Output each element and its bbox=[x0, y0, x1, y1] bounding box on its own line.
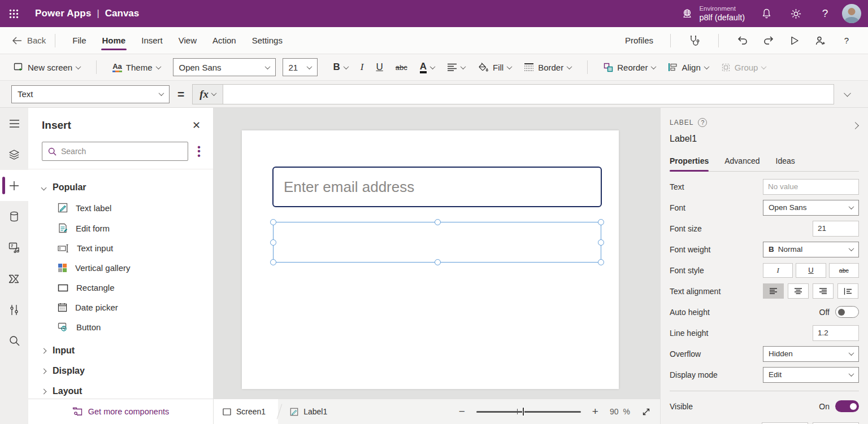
selected-label-control[interactable] bbox=[273, 222, 601, 263]
theme-button[interactable]: Aa Theme bbox=[107, 56, 166, 78]
strikethrough-button[interactable]: abc bbox=[390, 56, 413, 78]
auto-height-toggle[interactable] bbox=[835, 306, 859, 318]
notifications-bell-icon[interactable] bbox=[752, 0, 781, 27]
insert-search-box[interactable] bbox=[42, 142, 188, 161]
visible-toggle[interactable] bbox=[835, 400, 859, 412]
rail-power-automate-icon[interactable] bbox=[0, 263, 28, 294]
rail-tree-view-icon[interactable] bbox=[0, 139, 28, 170]
zoom-slider[interactable] bbox=[476, 407, 581, 416]
zoom-slider-track[interactable] bbox=[476, 411, 581, 413]
font-color-button[interactable]: A bbox=[414, 56, 440, 78]
strikethrough-toggle-button[interactable]: abc bbox=[829, 263, 859, 278]
resize-handle-nw[interactable] bbox=[270, 219, 276, 225]
new-screen-button[interactable]: New screen bbox=[8, 56, 86, 78]
font-size-input[interactable] bbox=[813, 221, 859, 237]
tab-ideas[interactable]: Ideas bbox=[776, 152, 795, 171]
brand-title[interactable]: Power Apps bbox=[35, 8, 92, 19]
property-select[interactable]: Text bbox=[11, 85, 170, 103]
menu-item-file[interactable]: File bbox=[64, 27, 94, 54]
zoom-out-button[interactable]: − bbox=[455, 405, 468, 418]
insert-item-button[interactable]: Button bbox=[28, 317, 213, 337]
rail-advanced-tools-icon[interactable] bbox=[0, 294, 28, 325]
app-checker-icon[interactable] bbox=[683, 29, 706, 52]
italic-button[interactable]: I bbox=[355, 56, 370, 78]
formula-input[interactable] bbox=[223, 84, 834, 104]
align-left-button[interactable] bbox=[763, 283, 784, 299]
insert-item-edit-form[interactable]: Edit form bbox=[28, 218, 213, 238]
insert-item-rectangle[interactable]: Rectangle bbox=[28, 278, 213, 298]
resize-handle-e[interactable] bbox=[598, 239, 604, 246]
insert-item-text-label[interactable]: Text label bbox=[28, 198, 213, 218]
resize-handle-ne[interactable] bbox=[598, 219, 604, 225]
section-display[interactable]: Display bbox=[28, 361, 213, 381]
close-icon[interactable]: ✕ bbox=[192, 119, 201, 132]
menu-item-settings[interactable]: Settings bbox=[244, 27, 290, 54]
align-button[interactable]: Align bbox=[662, 56, 714, 78]
screen-artboard[interactable]: Enter email address bbox=[242, 130, 619, 389]
line-height-input[interactable] bbox=[813, 325, 859, 341]
text-value-input[interactable] bbox=[763, 179, 859, 195]
menu-item-insert[interactable]: Insert bbox=[133, 27, 171, 54]
menubar-help-icon[interactable]: ? bbox=[835, 29, 858, 52]
back-button[interactable]: Back bbox=[12, 36, 46, 45]
menu-item-action[interactable]: Action bbox=[205, 27, 244, 54]
section-layout[interactable]: Layout bbox=[28, 381, 213, 399]
bold-button[interactable]: B bbox=[328, 56, 354, 78]
fit-to-window-icon[interactable] bbox=[641, 407, 651, 417]
app-launcher-icon[interactable] bbox=[0, 0, 27, 27]
align-justify-button[interactable] bbox=[837, 283, 858, 299]
user-avatar[interactable] bbox=[842, 4, 861, 23]
tab-advanced[interactable]: Advanced bbox=[724, 152, 760, 171]
breadcrumb-label1[interactable]: Label1 bbox=[281, 399, 336, 424]
insert-item-text-input[interactable]: Text input bbox=[28, 238, 213, 258]
overflow-select[interactable]: Hidden bbox=[763, 346, 859, 362]
menu-item-home[interactable]: Home bbox=[94, 27, 134, 54]
resize-handle-sw[interactable] bbox=[270, 259, 276, 265]
tab-properties[interactable]: Properties bbox=[670, 152, 709, 171]
reorder-button[interactable]: Reorder bbox=[598, 56, 661, 78]
control-help-icon[interactable]: ? bbox=[698, 118, 707, 127]
more-options-kebab-icon[interactable]: ••• bbox=[194, 145, 204, 158]
italic-toggle-button[interactable]: I bbox=[763, 263, 793, 278]
zoom-slider-thumb[interactable] bbox=[522, 407, 524, 416]
rail-data-icon[interactable] bbox=[0, 201, 28, 232]
rail-search-icon[interactable] bbox=[0, 325, 28, 356]
insert-item-date-picker[interactable]: Date picker bbox=[28, 298, 213, 317]
zoom-in-button[interactable]: + bbox=[589, 405, 602, 418]
resize-handle-n[interactable] bbox=[435, 219, 441, 225]
rail-menu-icon[interactable] bbox=[0, 108, 28, 139]
canvas-text-input-control[interactable]: Enter email address bbox=[272, 167, 602, 207]
share-person-add-icon[interactable] bbox=[809, 29, 832, 52]
profiles-button[interactable]: Profiles bbox=[620, 29, 658, 52]
border-button[interactable]: Border bbox=[518, 56, 577, 78]
insert-item-vertical-gallery[interactable]: Vertical gallery bbox=[28, 258, 213, 278]
environment-picker[interactable]: Environment p8lf (default) bbox=[674, 0, 752, 27]
undo-icon[interactable] bbox=[731, 29, 754, 52]
align-right-button[interactable] bbox=[813, 283, 834, 299]
rail-insert-icon[interactable] bbox=[0, 170, 28, 201]
panel-collapse-chevron-icon[interactable] bbox=[853, 120, 858, 130]
help-icon[interactable]: ? bbox=[810, 0, 840, 27]
resize-handle-se[interactable] bbox=[598, 259, 604, 265]
font-family-select[interactable]: Open Sans bbox=[173, 58, 276, 76]
align-center-button[interactable] bbox=[788, 283, 809, 299]
resize-handle-w[interactable] bbox=[270, 239, 276, 246]
menu-item-view[interactable]: View bbox=[171, 27, 205, 54]
section-input[interactable]: Input bbox=[28, 340, 213, 361]
underline-button[interactable]: U bbox=[370, 56, 388, 78]
font-select[interactable]: Open Sans bbox=[763, 200, 859, 216]
font-weight-select[interactable]: BNormal bbox=[763, 242, 859, 257]
settings-gear-icon[interactable] bbox=[781, 0, 810, 27]
text-align-button[interactable] bbox=[441, 56, 471, 78]
play-preview-icon[interactable] bbox=[783, 29, 806, 52]
section-popular[interactable]: Popular bbox=[28, 177, 213, 198]
fill-button[interactable]: Fill bbox=[472, 56, 517, 78]
display-mode-select[interactable]: Edit bbox=[763, 367, 859, 383]
formula-bar-collapse-chevron-icon[interactable] bbox=[834, 91, 860, 97]
underline-toggle-button[interactable]: U bbox=[796, 263, 826, 278]
fx-dropdown[interactable]: fx bbox=[192, 84, 223, 104]
redo-icon[interactable] bbox=[757, 29, 780, 52]
resize-handle-s[interactable] bbox=[435, 259, 441, 265]
rail-media-icon[interactable] bbox=[0, 232, 28, 263]
breadcrumb-screen1[interactable]: Screen1 bbox=[214, 399, 278, 424]
